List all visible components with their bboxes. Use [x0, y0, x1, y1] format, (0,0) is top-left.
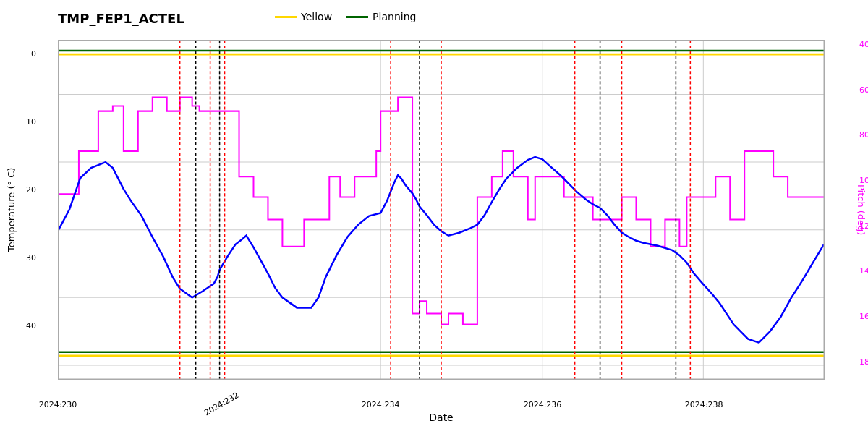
legend-yellow: Yellow — [275, 11, 332, 22]
x-axis-label: Date — [58, 412, 825, 423]
planning-line-icon — [346, 16, 368, 18]
plot-area — [58, 40, 825, 380]
plot-svg — [59, 41, 824, 379]
legend-planning: Planning — [346, 11, 416, 22]
y-right-tick-180: 180 — [859, 357, 868, 367]
planning-label: Planning — [373, 11, 416, 22]
y-tick-20: 20 — [26, 185, 36, 195]
x-tick-236: 2024:236 — [524, 400, 562, 409]
x-tick-230: 2024:230 — [39, 400, 77, 409]
y-tick-30: 30 — [26, 253, 36, 263]
y-right-tick-140: 140 — [859, 266, 868, 276]
y-right-tick-100: 100 — [859, 176, 868, 185]
y-tick-40: 40 — [26, 321, 36, 331]
y-tick-10: 10 — [26, 117, 36, 127]
x-tick-234: 2024:234 — [362, 400, 400, 409]
y-right-tick-160: 160 — [859, 312, 868, 321]
chart-container: TMP_FEP1_ACTEL Yellow Planning Temperatu… — [0, 0, 868, 434]
y-right-tick-60: 60 — [859, 85, 868, 95]
y-right-tick-80: 80 — [859, 130, 868, 140]
yellow-line-icon — [275, 16, 297, 18]
legend: Yellow Planning — [275, 11, 416, 22]
chart-title: TMP_FEP1_ACTEL — [58, 11, 184, 26]
y-tick-0: 0 — [31, 49, 36, 59]
yellow-label: Yellow — [301, 11, 332, 22]
x-tick-238: 2024:238 — [685, 400, 723, 409]
y-right-tick-120: 120 — [859, 221, 868, 231]
y-left-axis-label: Temperature (° C) — [6, 40, 17, 380]
y-right-tick-40: 40 — [859, 40, 868, 49]
